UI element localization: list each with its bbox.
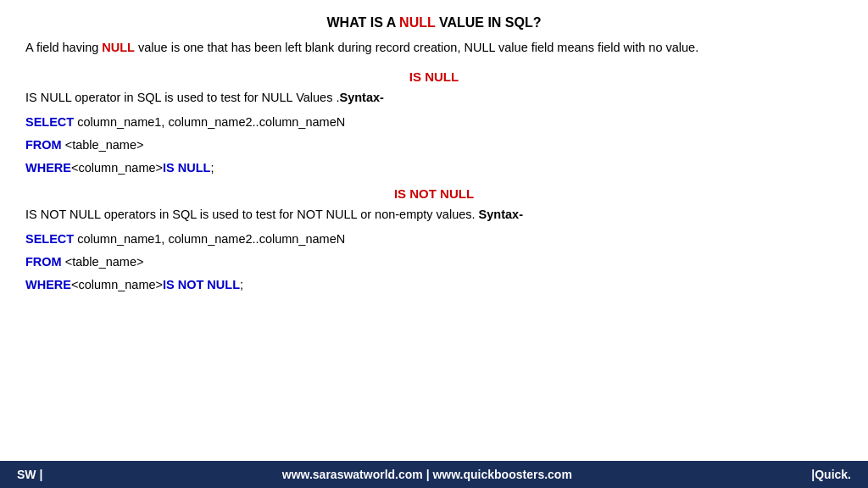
isnotnull-end-kw3: IS NOT NULL — [163, 278, 240, 291]
footer-left: SW | — [17, 468, 42, 481]
isnull-kw3: WHERE — [25, 161, 71, 175]
isnotnull-rest2: <table_name> — [62, 255, 144, 269]
isnull-rest2: <table_name> — [62, 138, 144, 152]
isnull-line2: FROM <table_name> — [25, 136, 843, 155]
isnotnull-kw2: FROM — [25, 255, 62, 269]
title-prefix: WHAT IS A — [326, 15, 399, 30]
main-content: WHAT IS A NULL VALUE IN SQL? A field hav… — [0, 0, 868, 312]
isnull-kw2: FROM — [25, 138, 62, 152]
isnull-end3: ; — [210, 161, 214, 175]
footer-right: |Quick. — [811, 468, 851, 481]
isnotnull-kw3: WHERE — [25, 278, 71, 291]
isnull-desc-prefix: IS NULL operator in SQL is used to test … — [25, 91, 339, 104]
isnull-body: IS NULL operator in SQL is used to test … — [25, 89, 843, 178]
title-suffix: VALUE IN SQL? — [435, 15, 541, 30]
isnull-rest1: column_name1, column_name2..column_nameN — [74, 115, 345, 129]
isnotnull-line1: SELECT column_name1, column_name2..colum… — [25, 230, 843, 249]
isnull-end-kw3: IS NULL — [163, 161, 210, 175]
intro-suffix: value is one that has been left blank du… — [135, 41, 698, 54]
isnotnull-end3: ; — [240, 278, 243, 291]
intro-highlight: NULL — [102, 41, 135, 54]
isnotnull-heading: IS NOT NULL — [25, 186, 843, 201]
isnull-line1: SELECT column_name1, column_name2..colum… — [25, 113, 843, 132]
isnotnull-desc: IS NOT NULL operators in SQL is used to … — [25, 206, 843, 225]
isnotnull-rest1: column_name1, column_name2..column_nameN — [74, 232, 345, 246]
isnull-mid3: <column_name> — [71, 161, 163, 175]
isnotnull-line2: FROM <table_name> — [25, 252, 843, 272]
title-highlight: NULL — [399, 15, 435, 30]
isnotnull-line3: WHERE<column_name>IS NOT NULL; — [25, 275, 843, 295]
isnotnull-desc-prefix: IS NOT NULL operators in SQL is used to … — [25, 208, 479, 221]
footer-center: www.saraswatworld.com | www.quickbooster… — [282, 468, 572, 481]
intro-text: A field having NULL value is one that ha… — [25, 39, 843, 58]
footer: SW | www.saraswatworld.com | www.quickbo… — [0, 461, 868, 488]
isnull-heading: IS NULL — [25, 69, 843, 84]
isnull-desc-bold: Syntax- — [339, 91, 383, 104]
isnull-line3: WHERE<column_name>IS NULL; — [25, 158, 843, 178]
isnotnull-body: IS NOT NULL operators in SQL is used to … — [25, 206, 843, 295]
isnotnull-desc-bold: Syntax- — [479, 208, 523, 221]
isnull-kw1: SELECT — [25, 115, 74, 129]
intro-prefix: A field having — [25, 41, 102, 54]
isnull-desc: IS NULL operator in SQL is used to test … — [25, 89, 843, 108]
isnotnull-mid3: <column_name> — [71, 278, 163, 291]
isnotnull-kw1: SELECT — [25, 232, 74, 246]
page-title: WHAT IS A NULL VALUE IN SQL? — [25, 15, 843, 30]
